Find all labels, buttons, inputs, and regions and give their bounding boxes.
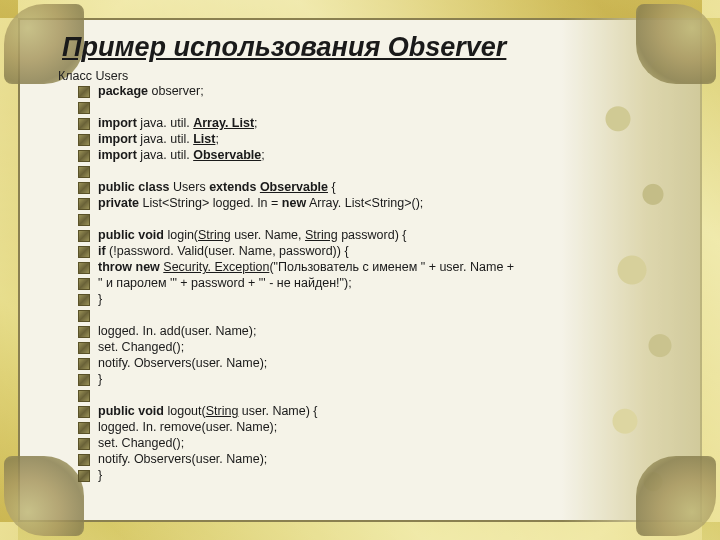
txt: login( [164, 228, 198, 242]
cls: Observable [260, 180, 328, 194]
txt: " и паролем '" + password + "' - не найд… [98, 276, 352, 290]
txt: password) { [338, 228, 407, 242]
cls: List [193, 132, 215, 146]
kw: public void [98, 404, 164, 418]
code-line: set. Changed(); [78, 339, 662, 355]
code-listing: package observer; import java. util. Arr… [78, 83, 662, 483]
code-blank [78, 387, 662, 403]
kw: if [98, 244, 106, 258]
code-line: logged. In. add(user. Name); [78, 323, 662, 339]
code-line: } [78, 371, 662, 387]
code-line: import java. util. Observable; [78, 147, 662, 163]
txt: observer; [148, 84, 204, 98]
txt: List<String> logged. In = [139, 196, 282, 210]
code-line: if (!password. Valid(user. Name, passwor… [78, 243, 662, 259]
txt: (!password. Valid(user. Name, password))… [106, 244, 349, 258]
txt: ; [261, 148, 264, 162]
kw: import [98, 148, 137, 162]
txt: logged. In. add(user. Name); [98, 324, 256, 338]
code-blank [78, 211, 662, 227]
txt: java. util. [137, 132, 193, 146]
kw: public class [98, 180, 170, 194]
txt: ; [215, 132, 218, 146]
code-line: } [78, 467, 662, 483]
cls: String [206, 404, 239, 418]
kw: private [98, 196, 139, 210]
cls: Array. List [193, 116, 254, 130]
code-line: public void logout(String user. Name) { [78, 403, 662, 419]
code-line: logged. In. remove(user. Name); [78, 419, 662, 435]
code-line: notify. Observers(user. Name); [78, 355, 662, 371]
code-line: import java. util. List; [78, 131, 662, 147]
code-line: public void login(String user. Name, Str… [78, 227, 662, 243]
slide-subtitle: Класс Users [58, 69, 662, 83]
cls: String [198, 228, 231, 242]
kw: extends [209, 180, 256, 194]
txt: user. Name) { [238, 404, 317, 418]
kw: import [98, 132, 137, 146]
code-line: package observer; [78, 83, 662, 99]
code-blank [78, 163, 662, 179]
txt: set. Changed(); [98, 340, 184, 354]
kw: package [98, 84, 148, 98]
code-line: public class Users extends Observable { [78, 179, 662, 195]
txt: } [98, 292, 102, 306]
txt: } [98, 372, 102, 386]
txt: notify. Observers(user. Name); [98, 356, 267, 370]
txt: ("Пользователь с именем " + user. Name + [269, 260, 514, 274]
kw: throw new [98, 260, 160, 274]
slide-content: Пример использования Observer Класс User… [18, 18, 702, 522]
slide-title: Пример использования Observer [62, 32, 662, 63]
cls: String [305, 228, 338, 242]
txt: } [98, 468, 102, 482]
txt: ; [254, 116, 257, 130]
txt: logged. In. remove(user. Name); [98, 420, 277, 434]
code-line: throw new Security. Exception("Пользоват… [78, 259, 662, 275]
cls: Observable [193, 148, 261, 162]
code-line: notify. Observers(user. Name); [78, 451, 662, 467]
code-line: } [78, 291, 662, 307]
code-line: set. Changed(); [78, 435, 662, 451]
code-line: private List<String> logged. In = new Ar… [78, 195, 662, 211]
code-line: " и паролем '" + password + "' - не найд… [78, 275, 662, 291]
code-blank [78, 307, 662, 323]
txt: set. Changed(); [98, 436, 184, 450]
txt: logout( [164, 404, 206, 418]
txt: java. util. [137, 116, 193, 130]
kw: import [98, 116, 137, 130]
code-line: import java. util. Array. List; [78, 115, 662, 131]
txt: java. util. [137, 148, 193, 162]
txt: { [328, 180, 336, 194]
txt: notify. Observers(user. Name); [98, 452, 267, 466]
kw: public void [98, 228, 164, 242]
cls: Security. Exception [163, 260, 269, 274]
txt: Users [170, 180, 210, 194]
code-blank [78, 99, 662, 115]
txt: user. Name, [231, 228, 305, 242]
txt: Array. List<String>(); [306, 196, 423, 210]
kw: new [282, 196, 306, 210]
